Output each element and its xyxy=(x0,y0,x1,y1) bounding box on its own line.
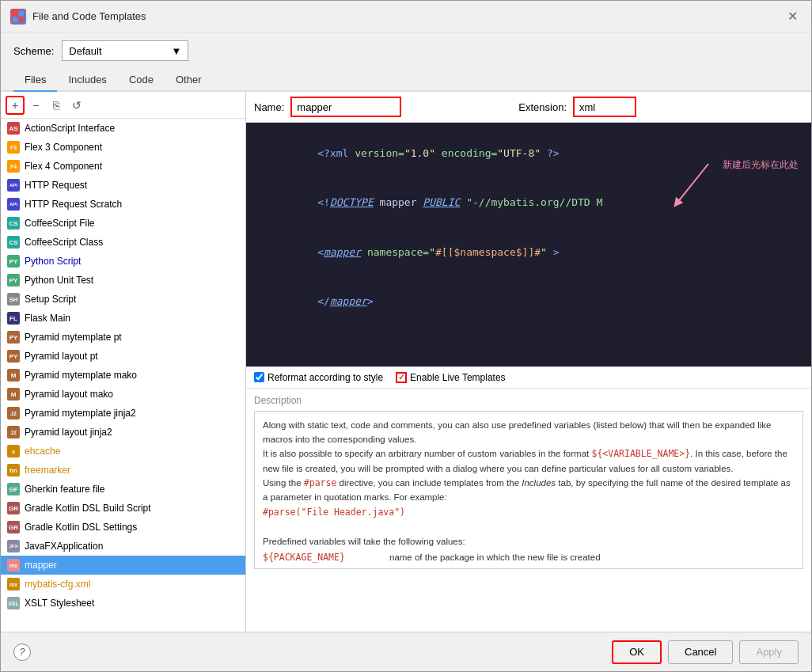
list-item[interactable]: GR Gradle Kotlin DSL Build Script xyxy=(1,499,245,518)
list-item[interactable]: CS CoffeeScript Class xyxy=(1,233,245,252)
tab-other[interactable]: Other xyxy=(165,69,213,92)
template-icon: F4 xyxy=(7,160,20,173)
list-item[interactable]: M Pyramid layout mako xyxy=(1,385,245,404)
list-item[interactable]: FL Flask Main xyxy=(1,309,245,328)
list-item[interactable]: mx mybatis-cfg.xml xyxy=(1,575,245,594)
variable-row: ${PACKAGE_NAME} name of the package in w… xyxy=(263,549,795,566)
list-item-gherkin[interactable]: GF Gherkin feature file xyxy=(1,480,245,499)
list-item[interactable]: API HTTP Request Scratch xyxy=(1,195,245,214)
add-template-button[interactable]: + xyxy=(6,96,25,115)
template-label: JavaFXApplication xyxy=(25,541,103,552)
check-mark: ✓ xyxy=(398,372,405,382)
template-label: Pyramid mytemplate jinja2 xyxy=(25,408,136,419)
live-templates-checkbox-box[interactable]: ✓ xyxy=(396,372,407,383)
scheme-dropdown[interactable]: Default ▼ xyxy=(62,40,188,61)
svg-line-5 xyxy=(677,164,708,203)
list-item[interactable]: SH Setup Script xyxy=(1,290,245,309)
variable-name: ${PACKAGE_NAME} xyxy=(263,550,389,564)
svg-rect-1 xyxy=(19,11,24,16)
help-button[interactable]: ? xyxy=(13,644,31,661)
list-item[interactable]: x ehcache xyxy=(1,442,245,461)
template-icon: PY xyxy=(7,274,20,287)
list-item[interactable]: JFX JavaFXApplication xyxy=(1,537,245,556)
desc-para-3: Using the #parse directive, you can incl… xyxy=(263,476,795,505)
svg-rect-2 xyxy=(13,17,17,22)
apply-button[interactable]: Apply xyxy=(739,640,799,664)
list-item[interactable]: PY Pyramid mytemplate pt xyxy=(1,328,245,347)
button-group: OK Cancel Apply xyxy=(612,640,799,664)
ok-button[interactable]: OK xyxy=(612,640,662,664)
title-bar-left: File and Code Templates xyxy=(10,9,146,25)
template-icon: fm xyxy=(7,464,20,476)
template-label: Gherkin feature file xyxy=(25,484,104,495)
template-icon: AS xyxy=(7,122,20,135)
list-item[interactable]: M Pyramid mytemplate mako xyxy=(1,366,245,385)
list-item-python-script[interactable]: PY Python Script xyxy=(1,252,245,271)
template-icon: CS xyxy=(7,236,20,249)
scheme-label: Scheme: xyxy=(13,45,54,57)
desc-code-1: ${<VARIABLE_NAME>} xyxy=(591,448,690,459)
cancel-button[interactable]: Cancel xyxy=(668,640,733,664)
description-section: Description Along with static text, code… xyxy=(246,389,811,632)
remove-template-button[interactable]: − xyxy=(26,96,45,115)
template-label: Flex 3 Component xyxy=(25,142,102,153)
options-bar: Reformat according to style ✓ Enable Liv… xyxy=(246,366,811,389)
template-label: ActionScript Interface xyxy=(25,123,115,134)
scheme-bar: Scheme: Default ▼ xyxy=(1,32,811,69)
template-icon: JFX xyxy=(7,540,20,552)
list-item[interactable]: AS ActionScript Interface xyxy=(1,119,245,138)
template-icon: J2 xyxy=(7,426,20,439)
list-item[interactable]: GR Gradle Kotlin DSL Settings xyxy=(1,518,245,537)
list-item[interactable]: XSL XSLT Stylesheet xyxy=(1,594,245,613)
template-icon: GF xyxy=(7,483,20,495)
template-icon: PY xyxy=(7,331,20,344)
list-item[interactable]: J2 Pyramid layout jinja2 xyxy=(1,423,245,442)
template-label: Pyramid layout mako xyxy=(25,389,113,400)
template-icon: CS xyxy=(7,217,20,230)
list-item[interactable]: API HTTP Request xyxy=(1,176,245,195)
tab-includes[interactable]: Includes xyxy=(57,69,117,92)
close-button[interactable]: ✕ xyxy=(783,7,802,26)
reformat-checkbox[interactable] xyxy=(254,372,264,382)
template-label: Python Script xyxy=(25,256,81,267)
bottom-bar: ? OK Cancel Apply xyxy=(1,632,811,671)
code-editor[interactable]: <?xml version="1.0" encoding="UTF-8" ?> … xyxy=(246,123,811,366)
tab-code[interactable]: Code xyxy=(118,69,165,92)
template-icon: x xyxy=(7,445,20,457)
template-icon: mx xyxy=(7,559,20,571)
desc-code-3: #parse("File Header.java") xyxy=(263,507,405,518)
list-item[interactable]: J2 Pyramid mytemplate jinja2 xyxy=(1,404,245,423)
tabs-bar: Files Includes Code Other xyxy=(1,69,811,92)
template-icon: F3 xyxy=(7,141,20,154)
tab-files[interactable]: Files xyxy=(13,69,57,92)
name-input[interactable] xyxy=(290,97,401,117)
extension-input[interactable] xyxy=(573,97,636,117)
list-item[interactable]: PY Pyramid layout pt xyxy=(1,347,245,366)
list-item-mapper[interactable]: mx mapper xyxy=(1,556,245,575)
desc-para-4: #parse("File Header.java") xyxy=(263,505,795,519)
template-label: Python Unit Test xyxy=(25,275,93,286)
template-label: HTTP Request Scratch xyxy=(25,199,122,210)
template-label: XSLT Stylesheet xyxy=(25,598,94,609)
template-label: mapper xyxy=(25,560,57,571)
right-panel: Name: Extension: <?xml version="1.0" enc… xyxy=(246,92,811,632)
copy-template-button[interactable]: ⎘ xyxy=(47,96,66,115)
template-icon: M xyxy=(7,369,20,382)
template-label: Pyramid layout pt xyxy=(25,351,98,362)
template-label: Gradle Kotlin DSL Settings xyxy=(25,522,137,533)
list-item[interactable]: F3 Flex 3 Component xyxy=(1,138,245,157)
list-item[interactable]: fm freemarker xyxy=(1,461,245,480)
code-line-3: <mapper namespace="#[[$namespace$]]#" > xyxy=(256,228,802,277)
list-item[interactable]: CS CoffeeScript File xyxy=(1,214,245,233)
template-icon: J2 xyxy=(7,407,20,420)
template-label: Pyramid mytemplate pt xyxy=(25,332,122,343)
svg-rect-3 xyxy=(19,17,24,22)
template-icon: mx xyxy=(7,578,20,590)
live-templates-label: Enable Live Templates xyxy=(410,372,506,383)
desc-code-2: #parse xyxy=(304,477,337,488)
reformat-checkbox-item: Reformat according to style xyxy=(254,372,383,383)
list-item-python-unit-test[interactable]: PY Python Unit Test xyxy=(1,271,245,290)
svg-rect-0 xyxy=(13,11,17,16)
list-item[interactable]: F4 Flex 4 Component xyxy=(1,157,245,176)
reset-template-button[interactable]: ↺ xyxy=(67,96,86,115)
